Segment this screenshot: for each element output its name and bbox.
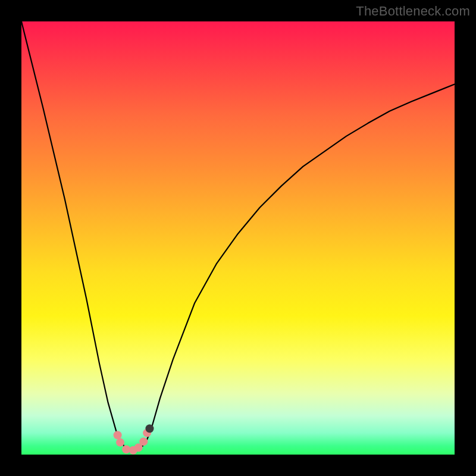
dot-right-2: [143, 429, 151, 437]
plot-area: [21, 21, 455, 455]
chart-frame: TheBottleneck.com: [0, 0, 476, 476]
bottleneck-curve: [21, 21, 455, 450]
dot-bottom-1: [122, 445, 130, 453]
dot-left-1: [114, 431, 122, 439]
dot-dark: [145, 424, 154, 433]
dot-bottom-3: [134, 443, 143, 452]
dot-right-1: [139, 437, 148, 446]
curve-svg: [21, 21, 455, 455]
dot-bottom-2: [129, 446, 137, 455]
dot-left-2: [116, 439, 124, 447]
curve-markers: [114, 424, 154, 454]
watermark-text: TheBottleneck.com: [356, 4, 470, 19]
